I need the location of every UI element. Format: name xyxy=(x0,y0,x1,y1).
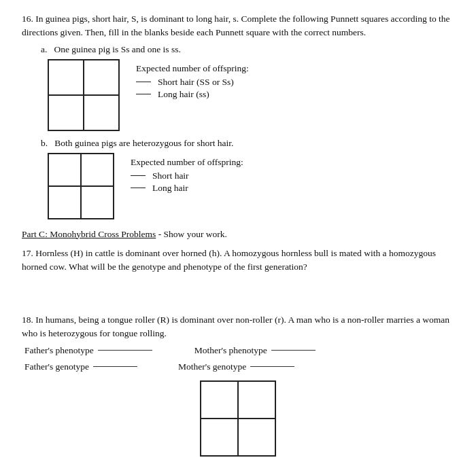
punnett-center-18 xyxy=(22,380,454,457)
mothers-genotype-item: Mother's genotype xyxy=(178,361,294,372)
row1-text-a: Short hair (SS or Ss) xyxy=(158,77,234,88)
q17-body: Hornless (H) in cattle is dominant over … xyxy=(22,248,436,272)
row2-text-b: Long hair xyxy=(152,183,188,194)
blank-b2 xyxy=(131,188,146,188)
part-c-suffix: - Show your work. xyxy=(156,229,227,239)
q17-number: 17. xyxy=(22,248,33,258)
q16-number: 16. xyxy=(22,14,33,24)
expected-row-b2: Long hair xyxy=(131,183,243,194)
part-c-header: Part C: Monohybrid Cross Problems - Show… xyxy=(22,229,454,240)
question-18: 18. In humans, being a tongue roller (R)… xyxy=(22,313,454,462)
genotype-row: Father's genotype Mother's genotype xyxy=(24,361,454,372)
punnett-cell-b2 xyxy=(82,154,114,187)
punnett-cell-18-2 xyxy=(239,382,276,419)
q16-text: 16. In guinea pigs, short hair, S, is do… xyxy=(22,12,454,40)
fathers-phenotype-label: Father's phenotype xyxy=(24,345,94,356)
sub-a-content: Expected number of offspring: Short hair… xyxy=(41,59,454,131)
phenotype-row: Father's phenotype Mother's phenotype xyxy=(24,345,454,356)
fathers-genotype-blank xyxy=(93,366,137,367)
expected-title-b: Expected number of offspring: xyxy=(131,157,243,168)
mothers-phenotype-label: Mother's phenotype xyxy=(194,345,267,356)
question-17: 17. Hornless (H) in cattle is dominant o… xyxy=(22,247,454,304)
mothers-genotype-label: Mother's genotype xyxy=(178,361,246,372)
mothers-genotype-blank xyxy=(250,366,294,367)
punnett-cell-18-3 xyxy=(201,419,239,457)
expected-title-a: Expected number of offspring: xyxy=(136,63,249,74)
q18-number: 18. xyxy=(22,315,33,325)
expected-row-b1: Short hair xyxy=(131,171,243,181)
punnett-square-b xyxy=(48,153,114,219)
punnett-cell-a4 xyxy=(84,96,120,131)
blank-a1 xyxy=(136,82,151,82)
blank-a2 xyxy=(136,94,151,94)
expected-block-a: Expected number of offspring: Short hair… xyxy=(136,59,249,101)
fathers-genotype-label: Father's genotype xyxy=(24,361,89,372)
row2-text-a: Long hair (ss) xyxy=(158,89,209,100)
punnett-cell-b3 xyxy=(49,187,82,219)
sub-b-content: Expected number of offspring: Short hair… xyxy=(41,153,454,219)
expected-row-a2: Long hair (ss) xyxy=(136,89,249,100)
q16-body: In guinea pigs, short hair, S, is domina… xyxy=(22,14,450,37)
sub-question-a: a. One guinea pig is Ss and one is ss. E… xyxy=(41,44,454,131)
sub-b-label: b. Both guinea pigs are heterozygous for… xyxy=(41,138,454,149)
mothers-phenotype-blank xyxy=(271,350,316,351)
mothers-phenotype-item: Mother's phenotype xyxy=(194,345,316,356)
sub-a-label: a. One guinea pig is Ss and one is ss. xyxy=(41,44,454,55)
punnett-cell-b1 xyxy=(49,154,82,187)
q17-answer-space xyxy=(22,278,454,304)
punnett-square-18 xyxy=(200,380,276,457)
punnett-cell-18-4 xyxy=(239,419,276,457)
q18-text: 18. In humans, being a tongue roller (R)… xyxy=(22,313,454,341)
fathers-phenotype-blank xyxy=(98,350,152,351)
fathers-phenotype-item: Father's phenotype xyxy=(24,345,154,356)
punnett-cell-b4 xyxy=(82,187,114,219)
q17-text: 17. Hornless (H) in cattle is dominant o… xyxy=(22,247,454,274)
sub-b-text: Both guinea pigs are heterozygous for sh… xyxy=(54,138,233,148)
part-c-label: Part C: Monohybrid Cross Problems xyxy=(22,229,156,239)
punnett-square-a xyxy=(48,59,120,131)
sub-question-b: b. Both guinea pigs are heterozygous for… xyxy=(41,138,454,219)
punnett-cell-18-1 xyxy=(201,382,239,419)
q18-body: In humans, being a tongue roller (R) is … xyxy=(22,315,449,338)
fathers-genotype-item: Father's genotype xyxy=(24,361,137,372)
expected-row-a1: Short hair (SS or Ss) xyxy=(136,77,249,88)
punnett-cell-a2 xyxy=(84,60,120,96)
punnett-cell-a3 xyxy=(49,96,84,131)
sub-a-text: One guinea pig is Ss and one is ss. xyxy=(54,44,181,54)
expected-block-b: Expected number of offspring: Short hair… xyxy=(131,153,243,195)
row1-text-b: Short hair xyxy=(152,171,189,181)
punnett-cell-a1 xyxy=(49,60,84,96)
blank-b1 xyxy=(131,175,146,176)
question-16: 16. In guinea pigs, short hair, S, is do… xyxy=(22,12,454,219)
